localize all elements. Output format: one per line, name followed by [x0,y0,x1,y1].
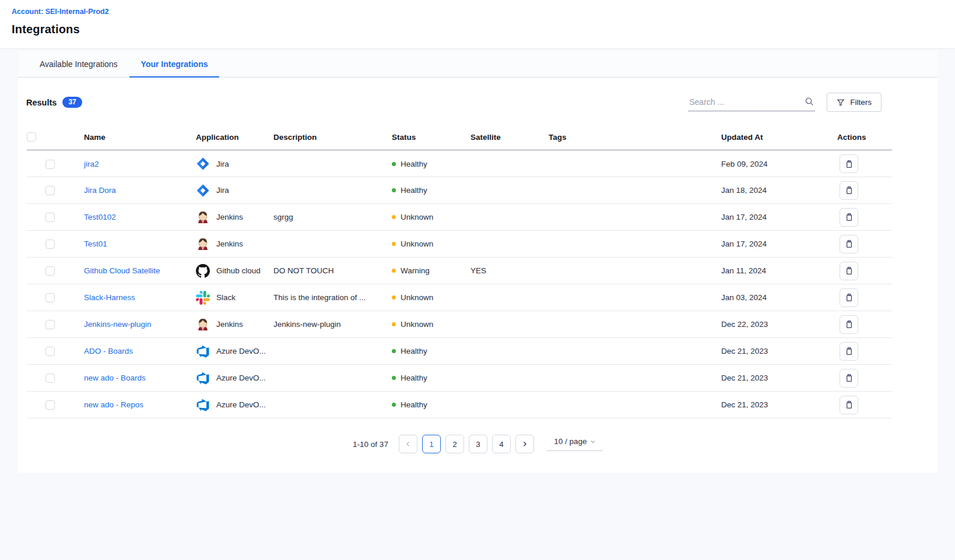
jenkins-icon [196,237,210,251]
cell-satellite [471,311,549,338]
chevron-down-icon [590,439,596,445]
integration-name-link[interactable]: ADO - Boards [84,347,133,355]
integrations-table: NameApplicationDescriptionStatusSatellit… [27,125,892,418]
cell-status: Unknown [392,231,471,258]
delete-button[interactable] [840,342,858,361]
tab-available-integrations[interactable]: Available Integrations [28,51,129,78]
cell-updated-at: Jan 03, 2024 [721,284,837,311]
delete-button[interactable] [840,208,858,227]
pagination-range: 1-10 of 37 [353,440,388,449]
status-label: Healthy [401,160,427,168]
updated-at-value: Jan 17, 2024 [721,213,767,221]
delete-button[interactable] [840,369,858,388]
row-checkbox[interactable] [45,240,55,249]
table-row: ADO - Boards Azure DevO... Healthy [27,338,892,365]
delete-button[interactable] [840,262,858,280]
trash-icon [845,160,854,168]
page-button-4[interactable]: 4 [492,435,511,453]
integration-name-link[interactable]: jira2 [84,160,99,168]
page-button-2[interactable]: 2 [445,435,464,453]
cell-application: Azure DevO... [196,338,273,365]
delete-button[interactable] [840,154,858,173]
delete-button[interactable] [840,396,858,414]
column-header-status: Status [392,125,471,150]
integration-name-link[interactable]: Test01 [84,240,107,248]
cell-satellite [471,365,549,392]
cell-application: Azure DevO... [196,392,273,418]
application-label: Slack [216,293,236,302]
delete-button[interactable] [840,288,858,307]
cell-tags [549,392,721,418]
description-text: DO NOT TOUCH [273,266,334,275]
page-button-1[interactable]: 1 [422,435,441,453]
application-label: Azure DevO... [216,400,266,409]
page-title: Integrations [12,23,955,36]
account-breadcrumb-link[interactable]: Account: SEI-Internal-Prod2 [12,8,955,16]
cell-actions [837,258,892,284]
integration-name-link[interactable]: Github Cloud Satellite [84,266,160,275]
page-header: Account: SEI-Internal-Prod2 Integrations [0,0,955,49]
column-header-updated-at: Updated At [721,125,837,150]
integration-name-link[interactable]: Test0102 [84,213,116,221]
tab-your-integrations[interactable]: Your Integrations [129,51,220,78]
cell-description [273,150,392,177]
row-checkbox[interactable] [45,186,55,195]
cell-actions [837,150,892,177]
row-checkbox[interactable] [45,293,55,302]
status-dot [392,322,396,326]
row-checkbox[interactable] [45,160,55,169]
slack-icon [196,291,210,305]
cell-actions [837,311,892,338]
filters-button[interactable]: Filters [827,93,882,112]
cell-updated-at: Dec 22, 2023 [721,311,837,338]
cell-actions [837,392,892,418]
application-icon [196,237,210,251]
cell-name: Jira Dora [84,177,196,204]
select-all-checkbox[interactable] [27,132,36,142]
status-dot [392,295,396,300]
cell-status: Healthy [392,365,471,392]
application-icon [196,291,210,305]
row-checkbox[interactable] [45,400,55,410]
previous-page-button[interactable] [399,435,417,453]
row-checkbox[interactable] [45,347,55,356]
page-size-select[interactable]: 10 / page [547,437,603,451]
search-input[interactable] [688,94,815,111]
application-label: Jira [216,160,229,168]
search-icon[interactable] [805,97,814,106]
status-label: Unknown [401,240,433,248]
row-checkbox[interactable] [45,374,55,383]
cell-updated-at: Dec 21, 2023 [721,392,837,418]
row-checkbox[interactable] [45,266,55,276]
integration-name-link[interactable]: Jenkins-new-plugin [84,320,152,329]
column-header-name: Name [84,125,196,150]
column-header-tags: Tags [549,125,721,150]
cell-description [273,231,392,258]
integration-name-link[interactable]: new ado - Boards [84,374,146,382]
cell-status: Unknown [392,311,471,338]
integration-name-link[interactable]: Slack-Harness [84,293,135,302]
cell-status: Unknown [392,204,471,231]
cell-description: sgrgg [273,204,392,231]
cell-application: Github cloud [196,258,273,284]
integration-name-link[interactable]: Jira Dora [84,186,116,195]
delete-button[interactable] [840,181,858,200]
trash-icon [845,293,854,302]
page-button-3[interactable]: 3 [469,435,487,453]
updated-at-value: Dec 21, 2023 [721,347,768,355]
results-label: Results [26,98,57,107]
row-checkbox[interactable] [45,320,55,329]
row-checkbox[interactable] [45,213,55,222]
cell-name: Jenkins-new-plugin [84,311,196,338]
cell-application: Jenkins [196,231,273,258]
cell-satellite [471,231,549,258]
integration-name-link[interactable]: new ado - Repos [84,400,143,409]
delete-button[interactable] [840,315,858,334]
delete-button[interactable] [840,235,858,253]
next-page-button[interactable] [515,435,534,453]
application-label: Jira [216,186,229,195]
status-label: Unknown [401,320,433,329]
cell-description [273,392,392,418]
cell-name: jira2 [84,150,196,177]
cell-satellite [471,284,549,311]
